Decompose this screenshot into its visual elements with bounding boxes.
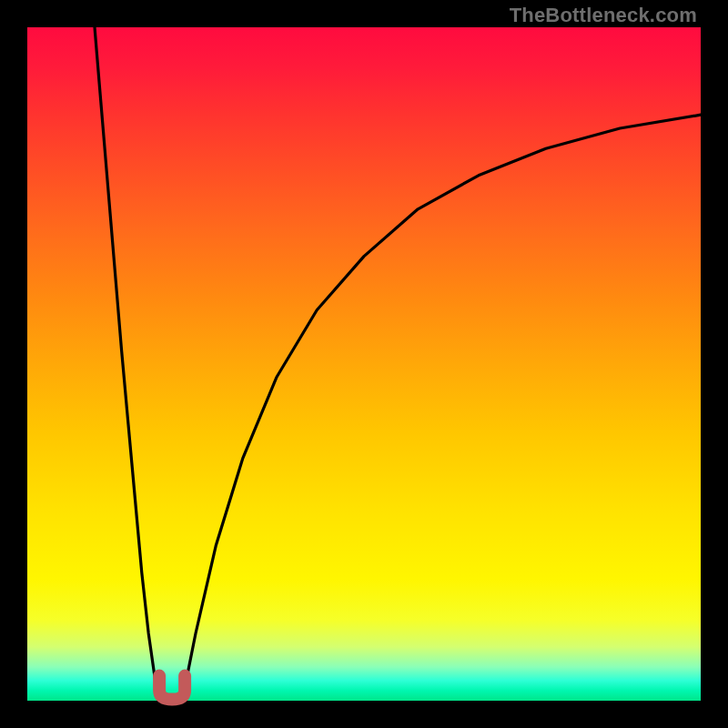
dip-marker-u bbox=[159, 676, 185, 700]
plot-area bbox=[27, 27, 701, 701]
bottleneck-curve bbox=[95, 27, 701, 701]
attribution-text: TheBottleneck.com bbox=[510, 4, 697, 27]
chart-svg bbox=[27, 27, 701, 701]
